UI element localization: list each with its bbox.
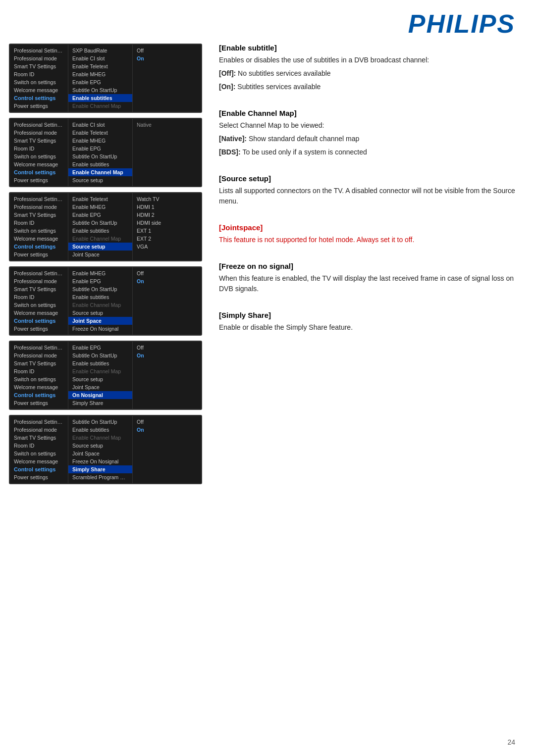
tv-right-item-2-1: HDMI 1 xyxy=(133,203,177,211)
tv-left-item-5-3: Room ID xyxy=(10,442,68,450)
tv-left-item-5-6: Control settings xyxy=(10,465,68,473)
tv-left-item-4-3: Room ID xyxy=(10,367,68,375)
tv-left-item-4-4: Switch on settings xyxy=(10,375,68,383)
desc-para-freeze-no-signal-0: When this feature is enabled, the TV wil… xyxy=(219,273,520,294)
tv-left-item-5-2: Smart TV Settings xyxy=(10,434,68,442)
tv-mid-item-5-4: Joint Space xyxy=(68,450,132,457)
tv-left-item-0-1: Professional mode xyxy=(10,54,68,62)
tv-left-item-4-1: Professional mode xyxy=(10,352,68,359)
tv-mid-item-4-1: Subtitle On StartUp xyxy=(68,352,132,359)
tv-left-item-4-7: Power settings xyxy=(10,399,68,407)
desc-body-freeze-no-signal: When this feature is enabled, the TV wil… xyxy=(219,273,520,294)
tv-mid-item-5-0: Subtitle On StartUp xyxy=(68,418,132,426)
tv-mid-item-0-2: Enable Teletext xyxy=(68,62,132,70)
tv-mid-item-1-7: Source setup xyxy=(68,176,132,184)
tv-mid-item-5-6: Simply Share xyxy=(68,465,132,473)
tv-mid-item-4-7: Simply Share xyxy=(68,399,132,407)
tv-right-item-1-7 xyxy=(133,141,177,143)
tv-left-item-0-3: Room ID xyxy=(10,70,68,78)
desc-para-enable-subtitle-1: [Off]: No subtitles services available xyxy=(219,68,520,79)
desc-section-freeze-no-signal: [Freeze on no signal]When this feature i… xyxy=(219,262,520,297)
tv-left-item-1-1: Professional mode xyxy=(10,129,68,137)
desc-para-source-setup-0: Lists all supported connectors on the TV… xyxy=(219,186,520,206)
desc-para-enable-channel-map-1: [Native]: Show standard default channel … xyxy=(219,134,520,144)
tv-left-item-4-5: Welcome message xyxy=(10,383,68,391)
tv-screen-4: Professional Settings m...Professional m… xyxy=(9,266,202,336)
tv-right-item-2-3: HDMI side xyxy=(133,219,177,227)
desc-para-enable-subtitle-0: Enables or disables the use of subtitles… xyxy=(219,55,520,65)
desc-body-source-setup: Lists all supported connectors on the TV… xyxy=(219,186,520,206)
tv-left-item-3-7: Power settings xyxy=(10,325,68,333)
tv-mid-item-0-4: Enable EPG xyxy=(68,78,132,86)
tv-mid-item-3-4: Enable Channel Map xyxy=(68,301,132,309)
header: PHILIPS xyxy=(0,0,535,44)
tv-left-item-5-4: Switch on settings xyxy=(10,450,68,457)
tv-mid-item-2-1: Enable MHEG xyxy=(68,203,132,211)
desc-section-enable-subtitle: [Enable subtitle]Enables or disables the… xyxy=(219,44,520,95)
tv-left-item-1-6: Control settings xyxy=(10,168,68,176)
bold-label: [Native]: xyxy=(219,135,249,143)
desc-para-simply-share-0: Enable or disable the Simply Share featu… xyxy=(219,322,520,333)
tv-left-item-2-4: Switch on settings xyxy=(10,227,68,235)
tv-right-item-2-6: VGA xyxy=(133,243,177,251)
desc-para-enable-channel-map-2: [BDS]: To be used only if a system is co… xyxy=(219,147,520,157)
tv-left-item-5-5: Welcome message xyxy=(10,457,68,465)
tv-mid-item-3-2: Subtitle On StartUp xyxy=(68,285,132,293)
main-content: Professional Settings m...Professional m… xyxy=(0,44,535,484)
desc-title-jointspace: [Jointspace] xyxy=(219,223,520,232)
tv-right-item-3-0: Off xyxy=(133,269,177,277)
tv-screen-5: Professional Settings m...Professional m… xyxy=(9,341,202,410)
desc-section-jointspace: [Jointspace]This feature is not supporte… xyxy=(219,223,520,248)
tv-left-item-2-2: Smart TV Settings xyxy=(10,211,68,219)
tv-left-item-5-7: Power settings xyxy=(10,473,68,481)
tv-mid-item-1-6: Enable Channel Map xyxy=(68,168,132,176)
tv-mid-item-2-7: Joint Space xyxy=(68,251,132,258)
right-panel: [Enable subtitle]Enables or disables the… xyxy=(214,44,535,484)
tv-mid-item-2-6: Source setup xyxy=(68,243,132,251)
tv-right-item-1-0: Native xyxy=(133,121,177,129)
desc-para-jointspace-0: This feature is not supported for hotel … xyxy=(219,235,520,245)
tv-mid-item-4-4: Source setup xyxy=(68,375,132,383)
tv-left-item-3-2: Smart TV Settings xyxy=(10,285,68,293)
tv-right-item-2-5: EXT 2 xyxy=(133,235,177,243)
page-number: 24 xyxy=(507,738,515,746)
desc-title-simply-share: [Simply Share] xyxy=(219,311,520,319)
tv-left-item-3-6: Control settings xyxy=(10,317,68,325)
tv-mid-item-0-7: Enable Channel Map xyxy=(68,102,132,110)
tv-mid-item-2-5: Enable Channel Map xyxy=(68,235,132,243)
tv-left-item-3-1: Professional mode xyxy=(10,277,68,285)
tv-left-item-1-2: Smart TV Settings xyxy=(10,137,68,145)
tv-mid-item-2-2: Enable EPG xyxy=(68,211,132,219)
tv-right-item-2-2: HDMI 2 xyxy=(133,211,177,219)
tv-right-item-5-0: Off xyxy=(133,418,177,426)
tv-mid-item-1-4: Subtitle On StartUp xyxy=(68,152,132,160)
tv-left-item-3-3: Room ID xyxy=(10,293,68,301)
tv-mid-item-5-2: Enable Channel Map xyxy=(68,434,132,442)
tv-mid-item-2-4: Enable subtitles xyxy=(68,227,132,235)
tv-left-item-1-0: Professional Settings m... xyxy=(10,121,68,129)
tv-left-item-0-6: Control settings xyxy=(10,94,68,102)
tv-right-item-3-1: On xyxy=(133,277,177,285)
tv-left-item-0-7: Power settings xyxy=(10,102,68,110)
tv-mid-item-4-5: Joint Space xyxy=(68,383,132,391)
tv-mid-item-3-7: Freeze On Nosignal xyxy=(68,325,132,333)
tv-right-item-2-4: EXT 1 xyxy=(133,227,177,235)
tv-mid-item-0-5: Subtitle On StartUp xyxy=(68,86,132,94)
tv-mid-item-5-5: Freeze On Nosignal xyxy=(68,457,132,465)
bold-label: [On]: xyxy=(219,83,237,91)
tv-right-item-3-7 xyxy=(133,295,177,297)
tv-left-item-4-6: Control settings xyxy=(10,391,68,399)
tv-left-item-3-5: Welcome message xyxy=(10,309,68,317)
tv-mid-item-3-1: Enable EPG xyxy=(68,277,132,285)
desc-section-simply-share: [Simply Share]Enable or disable the Simp… xyxy=(219,311,520,336)
tv-right-item-4-1: On xyxy=(133,352,177,359)
tv-left-item-5-0: Professional Settings m... xyxy=(10,418,68,426)
tv-mid-item-5-1: Enable subtitles xyxy=(68,426,132,434)
tv-mid-item-1-3: Enable EPG xyxy=(68,145,132,152)
tv-mid-item-0-0: SXP BaudRate xyxy=(68,47,132,54)
tv-left-item-4-2: Smart TV Settings xyxy=(10,359,68,367)
tv-left-item-0-2: Smart TV Settings xyxy=(10,62,68,70)
tv-left-item-1-4: Switch on settings xyxy=(10,152,68,160)
desc-title-enable-subtitle: [Enable subtitle] xyxy=(219,44,520,52)
tv-left-item-2-5: Welcome message xyxy=(10,235,68,243)
